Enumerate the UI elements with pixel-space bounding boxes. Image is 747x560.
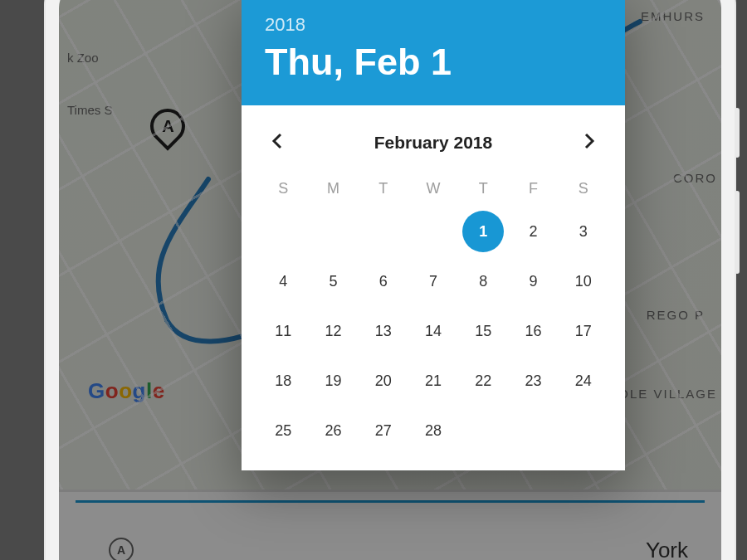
calendar-row: 11121314151617: [258, 306, 608, 356]
chevron-left-icon: [271, 133, 283, 153]
day-cell[interactable]: 21: [408, 356, 458, 406]
day-cell[interactable]: 23: [509, 356, 559, 406]
chevron-right-icon: [583, 133, 595, 153]
day-cell[interactable]: 20: [359, 356, 408, 406]
day-cell-empty: [308, 207, 358, 256]
day-cell[interactable]: 22: [458, 356, 508, 406]
day-cell-selected[interactable]: 1: [462, 211, 504, 252]
weekday-label: S: [278, 170, 288, 207]
day-cell[interactable]: 3: [559, 207, 608, 256]
day-cell[interactable]: 16: [509, 306, 559, 356]
weekday-label: M: [327, 170, 339, 207]
day-cell[interactable]: 27: [359, 406, 408, 455]
weekday-label: T: [479, 170, 488, 207]
day-cell[interactable]: 28: [408, 406, 458, 455]
day-cell[interactable]: 4: [258, 256, 308, 306]
day-cell[interactable]: 7: [408, 256, 458, 306]
month-title: February 2018: [374, 133, 492, 153]
day-cell[interactable]: 24: [559, 356, 608, 406]
day-cell[interactable]: 2: [509, 207, 559, 256]
day-cell[interactable]: 17: [559, 306, 608, 356]
date-picker-dialog: 2018 Thu, Feb 1 February 2018 SMTWTFS: [242, 0, 625, 470]
day-cell-empty: [359, 207, 408, 256]
prev-month-button[interactable]: [265, 130, 290, 155]
day-cell[interactable]: 18: [258, 356, 308, 406]
day-cell[interactable]: 19: [308, 356, 358, 406]
day-cell-empty: [559, 406, 608, 455]
weekday-label: W: [426, 170, 440, 207]
calendar-row: 25262728: [258, 406, 608, 455]
header-date[interactable]: Thu, Feb 1: [265, 41, 602, 84]
power-button: [735, 191, 740, 274]
day-cell-empty: [408, 207, 458, 256]
weekday-label: F: [529, 170, 538, 207]
calendar-row: 123: [258, 207, 608, 256]
day-cell[interactable]: 12: [308, 306, 358, 356]
day-cell[interactable]: 26: [308, 406, 358, 455]
month-navigation: February 2018: [242, 105, 625, 170]
phone-frame: A B k Zoo Times S EMHURS REGO P CORO DLE…: [46, 0, 735, 560]
day-cell[interactable]: 5: [308, 256, 358, 306]
day-cell[interactable]: 14: [408, 306, 458, 356]
day-cell[interactable]: 15: [458, 306, 508, 356]
day-cell[interactable]: 25: [258, 406, 308, 455]
header-year[interactable]: 2018: [265, 14, 602, 36]
volume-button: [735, 108, 740, 158]
next-month-button[interactable]: [577, 130, 602, 155]
phone-screen: A B k Zoo Times S EMHURS REGO P CORO DLE…: [59, 0, 721, 560]
date-picker-header: 2018 Thu, Feb 1: [242, 0, 625, 105]
day-cell-empty: [258, 207, 308, 256]
day-cell[interactable]: 11: [258, 306, 308, 356]
calendar-row: 18192021222324: [258, 356, 608, 406]
day-cell-empty: [509, 406, 559, 455]
day-cell[interactable]: 6: [359, 256, 408, 306]
weekday-label: T: [378, 170, 388, 207]
day-cell[interactable]: 8: [458, 256, 508, 306]
weekday-label: S: [579, 170, 588, 207]
day-cell[interactable]: 9: [509, 256, 559, 306]
calendar-row: 45678910: [258, 256, 608, 306]
weekday-row: SMTWTFS: [258, 170, 608, 207]
day-cell[interactable]: 13: [359, 306, 408, 356]
day-cell-empty: [458, 406, 508, 455]
calendar-grid: SMTWTFS 12345678910111213141516171819202…: [242, 170, 625, 470]
day-cell[interactable]: 10: [559, 256, 608, 306]
